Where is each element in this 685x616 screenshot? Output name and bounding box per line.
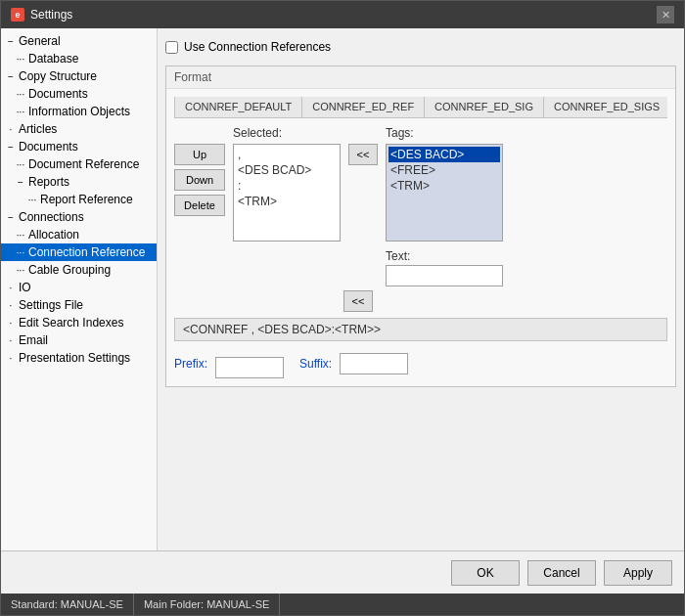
sidebar-item-general[interactable]: − General <box>1 32 157 50</box>
bottom-arrow-row: << <box>174 290 667 312</box>
tag-item[interactable]: <DES BACD> <box>388 147 500 162</box>
sidebar-item-copy-structure[interactable]: − Copy Structure <box>1 67 157 85</box>
expand-icon: ··· <box>15 247 26 258</box>
sidebar-item-reports[interactable]: − Reports <box>1 173 157 191</box>
tab-connref-ed-sig[interactable]: CONNREF_ED_SIG <box>425 97 544 117</box>
expand-icon: · <box>5 353 17 364</box>
sidebar-item-label: Edit Search Indexes <box>19 316 123 330</box>
add-selected-button[interactable]: << <box>348 144 378 165</box>
sidebar-item-settings-file[interactable]: · Settings File <box>1 296 157 314</box>
sidebar-item-label: Allocation <box>28 228 79 242</box>
sidebar-item-articles[interactable]: · Articles <box>1 120 157 138</box>
down-button[interactable]: Down <box>174 169 225 191</box>
expand-icon: − <box>5 212 17 223</box>
prefix-input[interactable] <box>215 357 284 378</box>
sidebar-item-presentation-settings[interactable]: · Presentation Settings <box>1 349 157 367</box>
selected-box[interactable]: , <DES BCAD> : <TRM> <box>233 144 341 242</box>
sidebar-item-label: Document Reference <box>28 157 139 171</box>
sidebar-item-label: Reports <box>28 175 69 189</box>
sidebar-item-documents-sub[interactable]: ··· Documents <box>1 85 157 103</box>
expand-icon: · <box>5 300 17 311</box>
sidebar-item-label: Email <box>19 333 48 347</box>
tabs-row: CONNREF_DEFAULT CONNREF_ED_REF CONNREF_E… <box>174 97 667 118</box>
text-input[interactable] <box>386 265 503 286</box>
sidebar-item-connections[interactable]: − Connections <box>1 208 157 226</box>
sidebar-item-label: Settings File <box>19 298 83 312</box>
window-title: Settings <box>30 8 72 22</box>
expand-icon: ··· <box>15 230 26 241</box>
ok-button[interactable]: OK <box>451 560 520 586</box>
action-buttons-col: Up Down Delete <box>174 144 225 216</box>
expand-icon: ··· <box>15 54 26 65</box>
expand-icon: − <box>5 36 17 47</box>
sidebar-item-connection-reference[interactable]: ··· Connection Reference <box>1 243 157 261</box>
sidebar-item-report-reference[interactable]: ··· Report Reference <box>1 191 157 208</box>
sidebar-item-cable-grouping[interactable]: ··· Cable Grouping <box>1 261 157 279</box>
text-row: Text: <box>386 249 503 286</box>
sidebar-item-label: Database <box>28 52 78 66</box>
add-text-button[interactable]: << <box>343 290 373 312</box>
cancel-button[interactable]: Cancel <box>527 560 596 586</box>
expand-icon: ··· <box>15 159 26 170</box>
tags-box[interactable]: <DES BACD> <FREE> <TRM> <box>386 144 503 242</box>
sidebar-item-label: Copy Structure <box>19 69 97 83</box>
selected-item: <DES BCAD> <box>236 162 338 178</box>
format-group: Format CONNREF_DEFAULT CONNREF_ED_REF CO… <box>165 66 676 387</box>
sidebar-item-label: Documents <box>28 87 88 101</box>
tab-connref-ed-ref[interactable]: CONNREF_ED_REF <box>302 97 425 117</box>
prefix-label: Prefix: <box>174 357 207 371</box>
sidebar-item-information-objects[interactable]: ··· Information Objects <box>1 103 157 120</box>
use-connection-references-label: Use Connection References <box>184 40 331 54</box>
sidebar-item-label: Information Objects <box>28 105 130 118</box>
expand-icon: · <box>5 318 17 329</box>
sidebar-item-label: Connections <box>19 210 84 224</box>
status-standard: Standard: MANUAL-SE <box>1 594 134 615</box>
content-area: − General ··· Database − Copy Structure … <box>1 28 684 550</box>
expand-icon: · <box>5 124 17 135</box>
prefix-suffix-row: Prefix: Suffix: <box>174 349 667 378</box>
tags-text-col: Tags: <DES BACD> <FREE> <TRM> Text: <box>386 126 503 286</box>
sidebar-item-label: Articles <box>19 122 57 136</box>
expand-icon: − <box>5 142 17 153</box>
settings-window: e Settings ✕ − General ··· Database − Co… <box>0 0 685 616</box>
tab-connref-default[interactable]: CONNREF_DEFAULT <box>174 97 302 117</box>
main-panel: Use Connection References Format CONNREF… <box>158 28 684 550</box>
expand-icon: · <box>5 283 17 293</box>
status-bar: Standard: MANUAL-SE Main Folder: MANUAL-… <box>1 594 684 615</box>
sidebar-item-documents[interactable]: − Documents <box>1 138 157 155</box>
use-connection-references-row: Use Connection References <box>165 36 676 58</box>
sidebar-item-document-reference[interactable]: ··· Document Reference <box>1 155 157 173</box>
apply-button[interactable]: Apply <box>604 560 672 586</box>
selected-label: Selected: <box>233 126 282 140</box>
selected-tags-row: Up Down Delete Selected: , <DES BCAD> : <box>174 126 667 286</box>
expand-icon: ··· <box>15 107 26 117</box>
tab-connref-ed-sigs[interactable]: CONNREF_ED_SIGS <box>544 97 667 117</box>
up-button[interactable]: Up <box>174 144 225 165</box>
expand-icon: − <box>5 71 17 82</box>
text-label: Text: <box>386 249 503 263</box>
sidebar-item-email[interactable]: · Email <box>1 331 157 349</box>
delete-button[interactable]: Delete <box>174 195 225 216</box>
close-button[interactable]: ✕ <box>657 6 674 23</box>
status-folder: Main Folder: MANUAL-SE <box>134 594 280 615</box>
suffix-label: Suffix: <box>299 357 332 371</box>
tag-item[interactable]: <FREE> <box>388 162 500 178</box>
suffix-input[interactable] <box>340 353 408 374</box>
sidebar-item-database[interactable]: ··· Database <box>1 50 157 67</box>
expand-icon: − <box>15 177 26 188</box>
tags-col: Tags: <DES BACD> <FREE> <TRM> <box>386 126 503 242</box>
sidebar-item-edit-search-indexes[interactable]: · Edit Search Indexes <box>1 314 157 331</box>
tag-item[interactable]: <TRM> <box>388 178 500 194</box>
sidebar-item-label: Cable Grouping <box>28 263 111 277</box>
use-connection-references-checkbox[interactable] <box>165 41 178 54</box>
connref-preview: <CONNREF , <DES BCAD>:<TRM>> <box>174 318 667 341</box>
sidebar-item-label: IO <box>19 281 31 294</box>
footer: OK Cancel Apply <box>1 550 684 594</box>
expand-icon: ··· <box>15 265 26 276</box>
selected-item: : <box>236 178 338 194</box>
sidebar-item-label: General <box>19 34 61 48</box>
sidebar-item-io[interactable]: · IO <box>1 279 157 296</box>
sidebar-item-allocation[interactable]: ··· Allocation <box>1 226 157 243</box>
arrow-col: << <box>348 144 378 165</box>
selected-item: , <box>236 147 338 162</box>
